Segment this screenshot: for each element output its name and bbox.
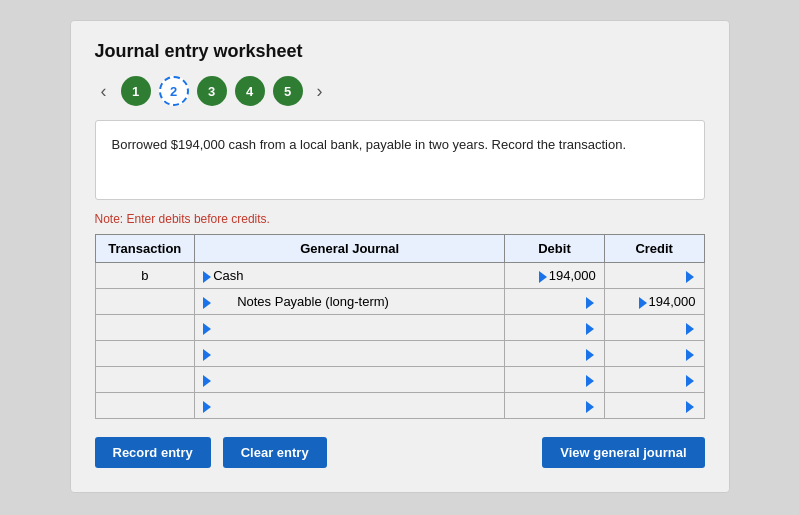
debit-cell[interactable] (505, 393, 605, 419)
transaction-cell (95, 341, 195, 367)
transaction-cell (95, 289, 195, 315)
journal-cell[interactable] (195, 393, 505, 419)
credit-cell[interactable] (604, 393, 704, 419)
credit-flag-icon (686, 271, 694, 283)
transaction-cell (95, 367, 195, 393)
debit-cell[interactable] (505, 315, 605, 341)
credit-cell[interactable]: 194,000 (604, 289, 704, 315)
table-row (95, 367, 704, 393)
step-navigation: ‹ 12345 › (95, 76, 705, 106)
record-entry-button[interactable]: Record entry (95, 437, 211, 468)
col-debit: Debit (505, 235, 605, 263)
transaction-cell: b (95, 263, 195, 289)
journal-worksheet-card: Journal entry worksheet ‹ 12345 › Borrow… (70, 20, 730, 493)
credit-cell[interactable] (604, 367, 704, 393)
description-box: Borrowed $194,000 cash from a local bank… (95, 120, 705, 200)
description-text: Borrowed $194,000 cash from a local bank… (112, 137, 627, 152)
page-title: Journal entry worksheet (95, 41, 705, 62)
next-arrow[interactable]: › (311, 79, 329, 104)
row-flag-icon (203, 349, 211, 361)
credit-flag-icon (639, 297, 647, 309)
journal-cell[interactable] (195, 367, 505, 393)
row-flag-icon (203, 297, 211, 309)
journal-cell[interactable]: Cash (195, 263, 505, 289)
row-flag-icon (203, 401, 211, 413)
col-credit: Credit (604, 235, 704, 263)
debit-flag-icon (586, 375, 594, 387)
debit-cell[interactable]: 194,000 (505, 263, 605, 289)
journal-cell[interactable] (195, 341, 505, 367)
row-flag-icon (203, 271, 211, 283)
table-row (95, 341, 704, 367)
col-general-journal: General Journal (195, 235, 505, 263)
debit-cell[interactable] (505, 341, 605, 367)
step-5[interactable]: 5 (273, 76, 303, 106)
clear-entry-button[interactable]: Clear entry (223, 437, 327, 468)
debit-flag-icon (586, 349, 594, 361)
note-text: Note: Enter debits before credits. (95, 212, 705, 226)
row-flag-icon (203, 375, 211, 387)
step-4[interactable]: 4 (235, 76, 265, 106)
table-row: bCash194,000 (95, 263, 704, 289)
view-general-journal-button[interactable]: View general journal (542, 437, 704, 468)
journal-cell[interactable]: Notes Payable (long-term) (195, 289, 505, 315)
step-1[interactable]: 1 (121, 76, 151, 106)
credit-flag-icon (686, 401, 694, 413)
col-transaction: Transaction (95, 235, 195, 263)
step-3[interactable]: 3 (197, 76, 227, 106)
transaction-cell (95, 393, 195, 419)
credit-flag-icon (686, 323, 694, 335)
journal-cell[interactable] (195, 315, 505, 341)
debit-flag-icon (586, 401, 594, 413)
transaction-cell (95, 315, 195, 341)
table-row: Notes Payable (long-term)194,000 (95, 289, 704, 315)
debit-flag-icon (586, 323, 594, 335)
credit-cell[interactable] (604, 263, 704, 289)
debit-cell[interactable] (505, 289, 605, 315)
credit-cell[interactable] (604, 315, 704, 341)
debit-cell[interactable] (505, 367, 605, 393)
credit-cell[interactable] (604, 341, 704, 367)
table-row (95, 315, 704, 341)
credit-flag-icon (686, 349, 694, 361)
button-row: Record entry Clear entry View general jo… (95, 437, 705, 468)
credit-flag-icon (686, 375, 694, 387)
journal-text: Notes Payable (long-term) (213, 294, 389, 309)
journal-table: Transaction General Journal Debit Credit… (95, 234, 705, 419)
table-row (95, 393, 704, 419)
row-flag-icon (203, 323, 211, 335)
journal-text: Cash (213, 268, 243, 283)
debit-flag-icon (586, 297, 594, 309)
step-2[interactable]: 2 (159, 76, 189, 106)
prev-arrow[interactable]: ‹ (95, 79, 113, 104)
debit-flag-icon (539, 271, 547, 283)
